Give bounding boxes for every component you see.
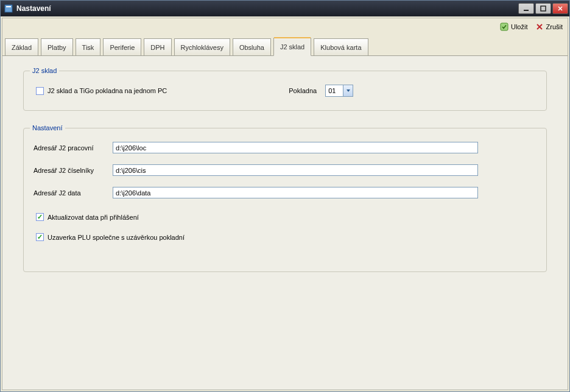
row-j2-share: J2 sklad a TiGo pokladna na jednom PC Po… (33, 85, 537, 97)
dir-work-input[interactable] (113, 142, 478, 153)
maximize-button[interactable] (535, 3, 551, 14)
checkbox-plu-close[interactable]: Uzaverka PLU společne s uzávěrkou poklad… (36, 233, 537, 241)
checkbox-label: Uzaverka PLU společne s uzávěrkou poklad… (47, 234, 185, 241)
checkbox-label: Aktualizovat data při přihlášení (47, 214, 139, 221)
svg-rect-1 (6, 6, 11, 7)
tab-zaklad[interactable]: Základ (5, 38, 38, 55)
tab-label: Základ (12, 44, 32, 51)
client-area: Uložit Zrušit Základ Platby Tisk Perifer… (2, 18, 568, 390)
cancel-button[interactable]: Zrušit (535, 23, 563, 31)
group-j2-sklad: J2 sklad J2 sklad a TiGo pokladna na jed… (23, 71, 547, 111)
tab-page-j2-sklad: J2 sklad J2 sklad a TiGo pokladna na jed… (2, 55, 568, 390)
cancel-label: Zrušit (546, 23, 563, 30)
tab-periferie[interactable]: Periferie (103, 38, 141, 55)
window: Nastavení (0, 0, 570, 392)
save-icon (500, 23, 508, 31)
tab-label: Periferie (110, 44, 135, 51)
group-legend: Nastavení (30, 124, 65, 131)
pokladna-label: Pokladna (289, 87, 317, 94)
row-dir-data: Adresář J2 data (33, 187, 537, 198)
tab-dph[interactable]: DPH (144, 38, 171, 55)
dir-data-label: Adresář J2 data (33, 189, 113, 197)
row-dir-enum: Adresář J2 číselníky (33, 164, 537, 176)
pokladna-value: 01 (328, 87, 336, 94)
svg-rect-0 (5, 5, 12, 12)
checkbox-update-on-login[interactable]: Aktualizovat data při přihlášení (36, 213, 537, 221)
svg-rect-3 (541, 6, 546, 11)
tab-obsluha[interactable]: Obsluha (233, 38, 271, 55)
tab-label: Obsluha (239, 44, 264, 51)
window-title: Nastavení (16, 4, 517, 13)
svg-rect-2 (524, 10, 529, 11)
chevron-down-icon (343, 85, 353, 96)
window-controls (517, 3, 568, 14)
checkbox-share-pc[interactable]: J2 sklad a TiGo pokladna na jednom PC (36, 87, 167, 95)
checkbox-icon (36, 233, 44, 241)
tab-j2-sklad[interactable]: J2 sklad (273, 38, 311, 56)
tab-platby[interactable]: Platby (41, 38, 73, 55)
minimize-button[interactable] (518, 3, 534, 14)
tab-label: Rychloklávesy (181, 44, 223, 51)
tab-label: J2 sklad (280, 43, 304, 51)
pokladna-select[interactable]: 01 (325, 85, 353, 97)
group-legend: J2 sklad (30, 67, 59, 74)
dir-enum-input[interactable] (113, 164, 478, 176)
checkbox-icon (36, 87, 44, 95)
tab-label: Tisk (82, 44, 94, 51)
checkbox-icon (36, 213, 44, 221)
close-button[interactable] (552, 3, 568, 14)
dir-work-label: Adresář J2 pracovní (33, 144, 113, 152)
titlebar: Nastavení (1, 1, 569, 16)
dir-data-input[interactable] (113, 187, 478, 198)
save-label: Uložit (511, 23, 528, 30)
row-dir-work: Adresář J2 pracovní (33, 142, 537, 153)
tab-klubova-karta[interactable]: Klubová karta (314, 38, 368, 55)
dir-enum-label: Adresář J2 číselníky (33, 167, 113, 174)
tabs: Základ Platby Tisk Periferie DPH Rychlok… (2, 35, 568, 55)
tab-label: Klubová karta (320, 44, 361, 51)
group-nastaveni: Nastavení Adresář J2 pracovní Adresář J2… (23, 128, 547, 272)
tab-rychloklavesy[interactable]: Rychloklávesy (174, 38, 230, 55)
toolbar: Uložit Zrušit (2, 18, 568, 35)
cancel-icon (535, 23, 544, 31)
tab-label: Platby (47, 44, 66, 51)
checkbox-label: J2 sklad a TiGo pokladna na jednom PC (47, 87, 167, 94)
save-button[interactable]: Uložit (500, 23, 528, 31)
tab-label: DPH (150, 44, 164, 51)
app-icon (4, 4, 13, 13)
tab-tisk[interactable]: Tisk (76, 38, 101, 55)
